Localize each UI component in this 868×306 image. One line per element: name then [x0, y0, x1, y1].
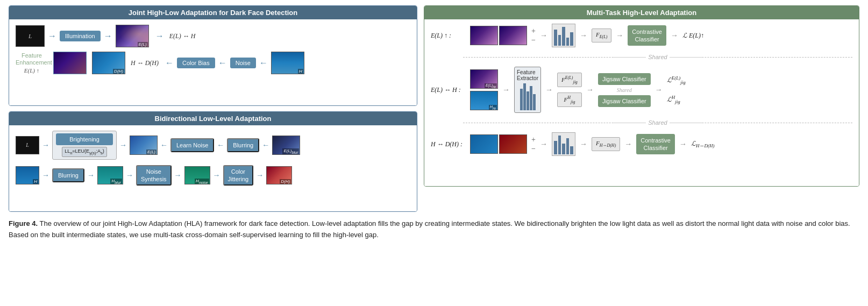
bidirectional-body: L → Brightening LLn=LEU(Eγ(s);As) → — [9, 125, 417, 211]
bar-1 — [554, 30, 557, 46]
mth-row1-arrow2: → — [580, 31, 587, 40]
arrow4: ← — [165, 59, 174, 67]
input-L-image: L — [16, 25, 45, 47]
bar-chart-1 — [552, 24, 575, 47]
el-up-label: E(L) ↑ — [24, 67, 39, 74]
arrow2: → — [104, 32, 112, 40]
noise-synth-btn[interactable]: Noise Synthesis — [136, 165, 172, 186]
color-jitter-btn[interactable]: Color Jittering — [223, 165, 254, 186]
left-column: Joint High-Low Adaptation for Dark Face … — [9, 5, 417, 212]
blurring2-btn[interactable]: Blurring — [52, 168, 84, 182]
shared-divider-1: Shared — [463, 54, 852, 60]
main-container: Joint High-Low Adaptation for Dark Face … — [0, 0, 868, 246]
feature-extractor-label: FeatureExtractor — [517, 69, 538, 81]
h-water-image: H — [271, 52, 304, 74]
loss-1: ℒ E(L)↑ — [682, 32, 704, 40]
bll-DH-label: D(H) — [280, 179, 291, 184]
bar3-3 — [562, 144, 565, 154]
mth-row1-arrow4: → — [671, 31, 678, 40]
plus-minus-1: + − — [531, 27, 536, 45]
bll-H-image: H — [16, 166, 39, 184]
mth-row3-label: H ↔ D(H) : — [431, 140, 466, 148]
feature-extractor-inner: FeatureExtractor — [517, 69, 538, 110]
bll-ELblur-image: E(L)blur — [272, 136, 300, 155]
f-h-jig-box: FHjig — [557, 92, 582, 107]
mth-row2-arrow4: → — [655, 86, 663, 94]
noise-btn[interactable]: Noise — [230, 58, 256, 68]
loss-el-jig: ℒE(L)jig — [667, 75, 686, 85]
mth-row2-label: E(L) ↔ H : — [431, 86, 466, 94]
bll-L-label: L — [26, 142, 29, 148]
bidirectional-header: Bidirectional Low-Level Adaptation — [9, 112, 417, 125]
loss-h-jig: ℒHjig — [667, 95, 686, 104]
formula1: E(L) ↔ H — [169, 32, 196, 40]
bll-row2-arrow6: → — [256, 171, 264, 180]
el-jig-label: E(L)jig — [485, 83, 497, 88]
bar3-2 — [558, 136, 561, 154]
color-bias-btn[interactable]: Color Bias — [177, 58, 215, 68]
bar-4 — [566, 38, 570, 46]
bll-Hnoise-image: Hnoise — [184, 166, 210, 184]
bll-EL-label: E(L) — [146, 150, 156, 154]
bll-EL-image: E(L) — [130, 136, 158, 155]
multi-task-body: E(L) ↑ : + − → — [424, 19, 859, 186]
mth-row1-arrow1: → — [540, 31, 547, 40]
bar-chart-3 — [552, 132, 575, 156]
bll-DH-image: D(H) — [266, 166, 292, 184]
bll-row1: L → Brightening LLn=LEU(Eγ(s);As) → — [16, 131, 410, 160]
el-scene-image-top: E(L) — [116, 25, 149, 47]
shared-label-1: Shared — [648, 54, 667, 60]
f-el-box: FE(L) — [592, 29, 611, 42]
mth-row3-images — [470, 134, 527, 154]
formula-box: LLn=LEU(Eγ(s);As) — [62, 147, 107, 157]
el-up-image — [53, 52, 87, 74]
h-label: H — [298, 69, 303, 74]
contrastive-classifier-1: Contrastive Classifier — [628, 25, 666, 46]
row3-img-1 — [470, 134, 498, 154]
bll-row2-arrow2: → — [87, 171, 95, 180]
plus-sign-1: + — [531, 27, 536, 35]
illumination-btn[interactable]: Illumination — [60, 31, 101, 41]
mth-row1: E(L) ↑ : + − → — [431, 24, 852, 47]
jigsaw-classifier-1: Jigsaw Classifier — [598, 73, 651, 85]
bll-Hblur-image: Hblur — [97, 166, 123, 184]
bar-5 — [570, 32, 573, 46]
bll-row2-arrow1: → — [42, 171, 49, 180]
shared-divider-3: Shared — [463, 119, 852, 126]
mth-row2-images: E(L)jig Hjig — [470, 69, 498, 110]
jigsaw-classifier-2: Jigsaw Classifier — [598, 95, 651, 107]
bll-arrow4: ← — [217, 141, 224, 150]
bll-arrow5: ← — [262, 141, 269, 150]
mth-row3-arrow2: → — [580, 140, 587, 148]
joint-high-low-body: L → Illumination → E(L) → E(L) ↔ H — [9, 19, 417, 105]
arrow6: ← — [259, 59, 268, 67]
mth-row3-arrow1: → — [540, 140, 547, 148]
contrastive-classifier-3: Contrastive Classifier — [636, 134, 675, 155]
jhl-row2: FeatureEnhancement E(L) ↑ — [16, 52, 410, 74]
arrow3: → — [155, 32, 164, 40]
bll-Hblur-label: Hblur — [110, 179, 122, 184]
feature-extractor-bars — [520, 83, 536, 110]
joint-high-low-box: Joint High-Low Adaptation for Dark Face … — [9, 5, 417, 106]
arrow1: → — [48, 32, 56, 40]
arrow5: ← — [218, 59, 227, 67]
bll-row2-arrow5: → — [213, 171, 220, 180]
blurring-btn[interactable]: Blurring — [227, 138, 259, 152]
mth-row2-arrow1: → — [502, 86, 510, 94]
jhl-row1: L → Illumination → E(L) → E(L) ↔ H — [16, 25, 410, 47]
bll-row2: H → Blurring → Hblur → Noise Synthesis → — [16, 165, 410, 186]
caption-body: The overview of our joint High-Low Adapt… — [9, 219, 850, 239]
dh-label: D(H) — [113, 69, 124, 74]
brightening-btn[interactable]: Brightening — [56, 133, 113, 145]
caption-bold: Figure 4. — [9, 219, 38, 227]
multi-task-box: Multi-Task High-Level Adaptation E(L) ↑ … — [424, 5, 859, 187]
dh-image: D(H) — [92, 52, 125, 74]
learn-noise-btn[interactable]: Learn Noise — [170, 138, 214, 152]
mth-row1-arrow3: → — [616, 31, 623, 40]
brightening-block: Brightening LLn=LEU(Eγ(s);As) — [52, 131, 117, 160]
fe-bar-3 — [527, 91, 529, 110]
bar-2 — [558, 35, 561, 46]
bar3-4 — [566, 138, 570, 154]
minus-sign-1: − — [531, 36, 536, 45]
bar-3 — [562, 27, 565, 46]
